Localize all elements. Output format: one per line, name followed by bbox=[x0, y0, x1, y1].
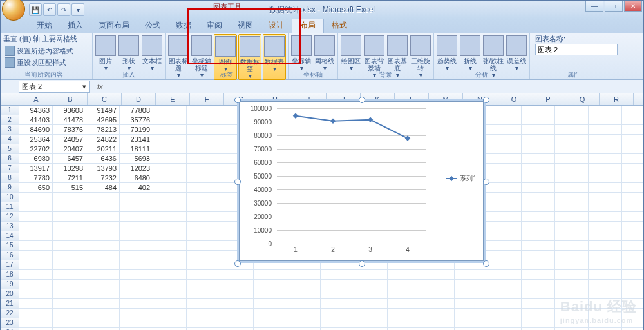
qat-redo-icon[interactable]: ↷ bbox=[57, 3, 70, 16]
cell[interactable] bbox=[19, 280, 53, 289]
cell[interactable] bbox=[86, 260, 120, 269]
cell[interactable] bbox=[421, 318, 455, 327]
cell[interactable] bbox=[555, 183, 589, 192]
office-button[interactable] bbox=[2, 0, 25, 21]
row-header[interactable]: 19 bbox=[1, 280, 19, 289]
cell[interactable]: 25364 bbox=[19, 135, 53, 144]
worksheet[interactable]: ABCDEFGHIJKLMNOPQR 194363906089149777808… bbox=[1, 93, 643, 330]
cell[interactable] bbox=[421, 260, 455, 269]
cell[interactable]: 484 bbox=[86, 183, 120, 192]
cell[interactable] bbox=[19, 231, 53, 240]
maximize-button[interactable]: □ bbox=[605, 1, 623, 12]
tab-格式[interactable]: 格式 bbox=[324, 18, 355, 33]
cell[interactable]: 402 bbox=[120, 183, 153, 192]
cell[interactable]: 5693 bbox=[120, 154, 153, 163]
col-header-C[interactable]: C bbox=[88, 93, 122, 105]
cell[interactable] bbox=[19, 222, 53, 231]
close-button[interactable]: ✕ bbox=[624, 1, 642, 12]
cell[interactable] bbox=[86, 280, 120, 289]
cell[interactable] bbox=[488, 241, 522, 250]
cell[interactable] bbox=[488, 154, 522, 163]
cell[interactable] bbox=[555, 125, 589, 134]
ribbon-btn-文本框[interactable]: 文本框▾ bbox=[141, 34, 163, 72]
cell[interactable] bbox=[53, 260, 86, 269]
cell[interactable] bbox=[53, 270, 86, 279]
cell[interactable] bbox=[522, 106, 555, 115]
cell[interactable] bbox=[153, 106, 187, 115]
row-header[interactable]: 11 bbox=[1, 202, 19, 211]
cell[interactable] bbox=[254, 270, 287, 279]
col-header-O[interactable]: O bbox=[497, 93, 531, 105]
cell[interactable] bbox=[153, 299, 187, 308]
col-header-Q[interactable]: Q bbox=[565, 93, 600, 105]
cell[interactable] bbox=[455, 309, 488, 318]
cell[interactable] bbox=[589, 309, 622, 318]
cell[interactable] bbox=[153, 183, 187, 192]
cell[interactable] bbox=[153, 115, 187, 124]
cell[interactable] bbox=[287, 318, 321, 327]
ribbon-btn-图片[interactable]: 图片▾ bbox=[95, 34, 117, 72]
cell[interactable] bbox=[86, 251, 120, 260]
cell[interactable] bbox=[354, 309, 388, 318]
cell[interactable] bbox=[488, 231, 522, 240]
cell[interactable] bbox=[421, 270, 455, 279]
cell[interactable] bbox=[86, 222, 120, 231]
cell[interactable] bbox=[153, 164, 187, 173]
cell[interactable] bbox=[287, 270, 321, 279]
cell[interactable] bbox=[153, 309, 187, 318]
cell[interactable] bbox=[153, 260, 187, 269]
cell[interactable] bbox=[19, 202, 53, 211]
cell[interactable] bbox=[555, 212, 589, 221]
cell[interactable] bbox=[19, 270, 53, 279]
cell[interactable] bbox=[388, 318, 421, 327]
cell[interactable] bbox=[589, 193, 622, 202]
cell[interactable] bbox=[522, 270, 555, 279]
row-header[interactable]: 15 bbox=[1, 241, 19, 250]
cell[interactable] bbox=[187, 309, 220, 318]
cell[interactable] bbox=[488, 144, 522, 153]
cell[interactable] bbox=[455, 299, 488, 308]
cell[interactable] bbox=[488, 318, 522, 327]
cell[interactable] bbox=[53, 202, 86, 211]
cell[interactable] bbox=[522, 231, 555, 240]
cell[interactable] bbox=[53, 251, 86, 260]
cell[interactable] bbox=[187, 144, 220, 153]
cell[interactable] bbox=[421, 309, 455, 318]
cell[interactable] bbox=[187, 164, 220, 173]
cell[interactable] bbox=[153, 125, 187, 134]
cell[interactable]: 6480 bbox=[120, 173, 153, 182]
cell[interactable] bbox=[220, 318, 254, 327]
cell[interactable]: 41403 bbox=[19, 115, 53, 124]
cell[interactable] bbox=[53, 193, 86, 202]
cell[interactable] bbox=[153, 202, 187, 211]
cell[interactable] bbox=[589, 318, 622, 327]
ribbon-btn-形状[interactable]: 形状▾ bbox=[118, 34, 140, 72]
cell[interactable] bbox=[522, 135, 555, 144]
cell[interactable] bbox=[555, 106, 589, 115]
cell[interactable] bbox=[488, 135, 522, 144]
cell[interactable] bbox=[589, 212, 622, 221]
cell[interactable] bbox=[187, 260, 220, 269]
cell[interactable] bbox=[589, 164, 622, 173]
cell[interactable] bbox=[555, 280, 589, 289]
cell[interactable] bbox=[153, 154, 187, 163]
tab-布局[interactable]: 布局 bbox=[292, 17, 324, 33]
cell[interactable] bbox=[120, 202, 153, 211]
cell[interactable] bbox=[120, 309, 153, 318]
cell[interactable] bbox=[254, 318, 287, 327]
cell[interactable] bbox=[287, 289, 321, 298]
cell[interactable] bbox=[19, 318, 53, 327]
cell[interactable]: 70199 bbox=[120, 125, 153, 134]
cell[interactable] bbox=[254, 309, 287, 318]
cell[interactable]: 78213 bbox=[86, 125, 120, 134]
cell[interactable] bbox=[589, 154, 622, 163]
cell[interactable] bbox=[187, 154, 220, 163]
cell[interactable] bbox=[86, 270, 120, 279]
cell[interactable] bbox=[555, 270, 589, 279]
cell[interactable] bbox=[321, 260, 354, 269]
cell[interactable] bbox=[120, 280, 153, 289]
format-selection-button[interactable]: 设置所选内容格式 bbox=[3, 45, 90, 57]
row-header[interactable]: 5 bbox=[1, 144, 19, 153]
cell[interactable]: 94363 bbox=[19, 106, 53, 115]
cell[interactable] bbox=[153, 212, 187, 221]
